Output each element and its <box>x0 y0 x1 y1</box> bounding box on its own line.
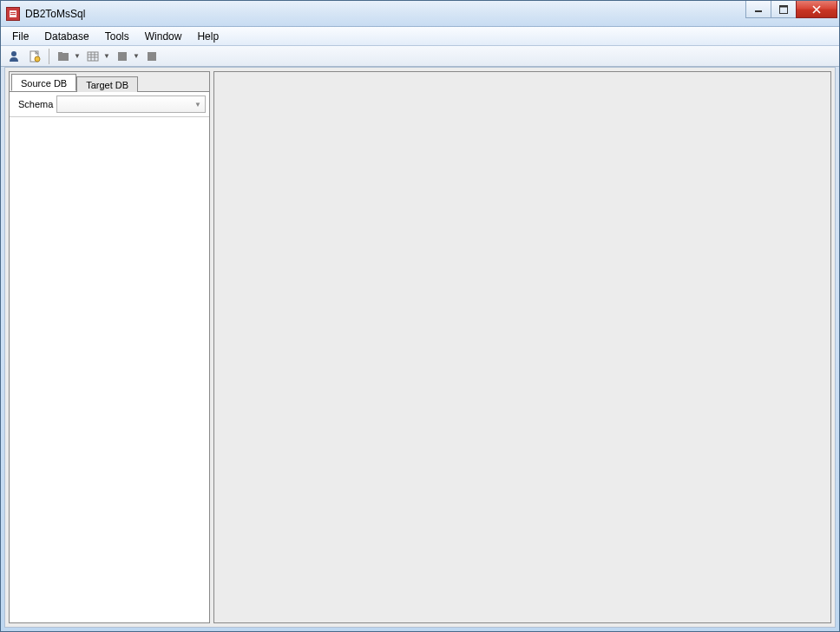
menu-database[interactable]: Database <box>36 27 96 45</box>
toolbar-dropdown-2[interactable]: ▼ <box>83 48 111 65</box>
toolbar-separator-1 <box>49 49 49 64</box>
folder-icon <box>56 49 70 63</box>
main-panel[interactable] <box>213 71 831 623</box>
svg-rect-1 <box>10 12 16 13</box>
person-icon <box>7 49 21 63</box>
svg-rect-10 <box>58 52 62 54</box>
chevron-down-icon: ▼ <box>102 52 111 60</box>
window-controls <box>746 1 837 26</box>
close-button[interactable] <box>796 1 837 18</box>
client-area: Source DB Target DB Schema ▼ <box>4 67 836 628</box>
svg-rect-9 <box>58 53 69 61</box>
menu-help[interactable]: Help <box>189 27 226 45</box>
maximize-button[interactable] <box>771 1 797 18</box>
menu-bar: File Database Tools Window Help <box>1 27 839 46</box>
toolbar-button-3[interactable] <box>54 48 73 65</box>
schema-label: Schema <box>13 99 53 109</box>
minimize-button[interactable] <box>745 1 771 18</box>
svg-point-8 <box>35 56 40 62</box>
svg-rect-17 <box>148 52 156 61</box>
menu-window[interactable]: Window <box>137 27 190 45</box>
toolbar-dropdown-1[interactable]: ▼ <box>54 48 82 65</box>
maximize-icon <box>779 5 788 14</box>
stop-icon <box>145 49 159 63</box>
svg-point-6 <box>11 51 16 56</box>
square-icon <box>115 49 129 63</box>
left-panel: Source DB Target DB Schema ▼ <box>9 71 210 623</box>
svg-rect-2 <box>10 14 16 15</box>
title-bar[interactable]: DB2ToMsSql <box>1 1 839 27</box>
toolbar-button-2[interactable] <box>25 48 44 65</box>
svg-rect-5 <box>780 5 788 7</box>
close-icon <box>811 5 822 14</box>
chevron-down-icon: ▼ <box>73 52 82 60</box>
menu-file[interactable]: File <box>4 27 36 45</box>
tab-target-db[interactable]: Target DB <box>76 76 138 92</box>
tree-area[interactable] <box>10 117 209 622</box>
menu-tools[interactable]: Tools <box>97 27 137 45</box>
svg-rect-11 <box>88 52 98 61</box>
toolbar-dropdown-3[interactable]: ▼ <box>113 48 141 65</box>
grid-icon <box>86 49 100 63</box>
chevron-down-icon: ▼ <box>132 52 141 60</box>
toolbar-button-1[interactable] <box>4 48 23 65</box>
minimize-icon <box>754 5 763 14</box>
svg-rect-3 <box>755 10 762 12</box>
toolbar-button-5[interactable] <box>113 48 132 65</box>
schema-row: Schema ▼ <box>10 92 209 117</box>
toolbar: ▼ ▼ ▼ <box>1 46 839 67</box>
tab-source-db[interactable]: Source DB <box>11 74 76 91</box>
document-icon <box>28 49 42 63</box>
schema-select[interactable]: ▼ <box>56 95 206 113</box>
tab-row: Source DB Target DB <box>10 72 209 91</box>
app-window: DB2ToMsSql File Database Tools Window He… <box>0 0 840 632</box>
toolbar-button-4[interactable] <box>83 48 102 65</box>
tab-content-source: Schema ▼ <box>10 91 209 622</box>
window-title: DB2ToMsSql <box>25 8 85 20</box>
svg-rect-16 <box>118 52 127 61</box>
app-icon <box>6 7 20 21</box>
chevron-down-icon: ▼ <box>194 101 201 109</box>
toolbar-button-6[interactable] <box>142 48 161 65</box>
